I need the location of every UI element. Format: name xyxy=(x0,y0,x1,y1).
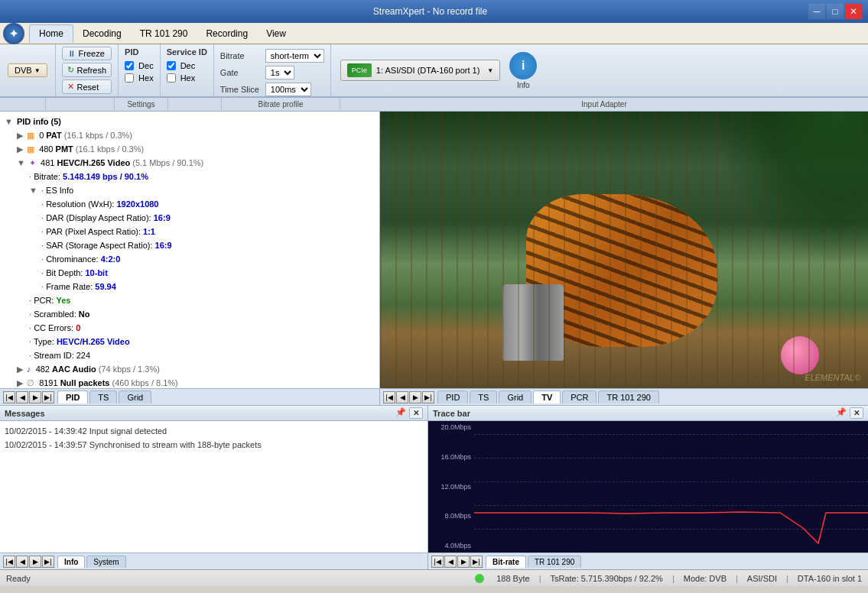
right-nav-first[interactable]: |◀ xyxy=(383,391,395,403)
tab-tr101290-trace[interactable]: TR 101 290 xyxy=(528,556,581,568)
trace-nav-prev[interactable]: ◀ xyxy=(444,556,457,568)
messages-close-btn[interactable]: ✕ xyxy=(409,407,423,419)
pid-dec-checkbox[interactable] xyxy=(125,61,134,70)
msg-nav-prev[interactable]: ◀ xyxy=(16,556,28,568)
chroma-label: Chrominance: xyxy=(46,254,101,264)
null-detail: (460 kbps / 8.1%) xyxy=(112,378,178,387)
pid-tree-pat[interactable]: ▶ ▦ 0 PAT (16.1 kbps / 0.3%) xyxy=(3,128,376,142)
close-button[interactable]: ✕ xyxy=(845,4,862,19)
bitrate-profile-label: Bitrate profile xyxy=(222,98,340,111)
left-nav-last[interactable]: ▶| xyxy=(42,391,54,403)
tab-bitrate[interactable]: Bit-rate xyxy=(486,556,526,568)
refresh-icon: ↻ xyxy=(67,65,74,75)
tab-tv-right[interactable]: TV xyxy=(533,390,561,403)
ccerrors-label: CC Errors: xyxy=(34,323,76,332)
window-controls: ─ □ ✕ xyxy=(808,4,862,19)
audio-detail: (74 kbps / 1.3%) xyxy=(99,365,160,374)
trace-signal-svg xyxy=(474,421,868,552)
right-nav-next[interactable]: ▶ xyxy=(409,391,421,403)
maximize-button[interactable]: □ xyxy=(827,4,844,19)
tab-ts-left[interactable]: TS xyxy=(89,390,117,403)
toolbar: DVB ▼ ⏸ Freeze ↻ Refresh ✕ Reset PID Dec… xyxy=(0,44,868,98)
pid-tree-null[interactable]: ▶ ∅ 8191 Null packets (460 kbps / 8.1%) xyxy=(3,376,376,388)
trace-y-labels: 20.0Mbps 16.0Mbps 12.0Mbps 8.0Mbps 4.0Mb… xyxy=(428,421,474,552)
trace-nav-last[interactable]: ▶| xyxy=(470,556,483,568)
expand-video-icon: ▼ xyxy=(17,158,25,167)
info-button[interactable]: i xyxy=(509,52,537,79)
bottom-area: Messages 📌 ✕ 10/02/2015 - 14:39:42 Input… xyxy=(0,405,868,569)
scrambled-label: Scrambled: xyxy=(34,309,79,319)
messages-pin-icon: 📌 xyxy=(395,407,406,419)
pid-type-row: · Type: HEVC/H.265 Video xyxy=(3,335,376,348)
menu-decoding[interactable]: Decoding xyxy=(73,25,131,42)
ccerrors-value: 0 xyxy=(76,323,80,332)
expand-esinfo-icon: ▼ xyxy=(29,186,37,195)
pid-sar-row: · SAR (Storage Aspect Ratio): 16:9 xyxy=(3,238,376,252)
pat-label: PAT xyxy=(46,131,61,140)
tab-tr101290-right[interactable]: TR 101 290 xyxy=(598,390,658,403)
tab-pcr-right[interactable]: PCR xyxy=(562,390,597,403)
menu-recording[interactable]: Recording xyxy=(197,25,257,42)
msg-nav-last[interactable]: ▶| xyxy=(42,556,54,568)
service-dec-label: Dec xyxy=(180,61,196,70)
messages-content: 10/02/2015 - 14:39:42 Input signal detec… xyxy=(0,421,427,552)
left-nav-next[interactable]: ▶ xyxy=(29,391,41,403)
right-nav-prev[interactable]: ◀ xyxy=(396,391,408,403)
tab-pid-right[interactable]: PID xyxy=(437,390,468,403)
tab-ts-right[interactable]: TS xyxy=(470,390,497,403)
service-dec-checkbox[interactable] xyxy=(167,61,176,70)
tab-system[interactable]: System xyxy=(86,556,125,568)
trace-header: Trace bar 📌 ✕ xyxy=(428,406,868,421)
msg-nav-first[interactable]: |◀ xyxy=(3,556,15,568)
gate-label: Gate xyxy=(220,68,262,77)
freeze-button[interactable]: ⏸ Freeze xyxy=(62,47,112,60)
trace-chart xyxy=(474,421,868,552)
status-indicator xyxy=(475,574,484,583)
pid-tree-pmt[interactable]: ▶ ▦ 480 PMT (16.1 kbps / 0.3%) xyxy=(3,142,376,156)
left-nav-prev[interactable]: ◀ xyxy=(16,391,28,403)
video-detail: (5.1 Mbps / 90.1%) xyxy=(132,158,203,167)
tab-grid-left[interactable]: Grid xyxy=(119,390,151,403)
timeslice-select[interactable]: 100ms 200ms xyxy=(265,83,311,96)
menu-home[interactable]: Home xyxy=(29,24,73,43)
main-content: ▼ PID info (5) ▶ ▦ 0 PAT (16.1 kbps / 0.… xyxy=(0,112,868,388)
pid-resolution-row: · Resolution (WxH): 1920x1080 xyxy=(3,197,376,211)
right-tab-bar: |◀ ◀ ▶ ▶| PID TS Grid TV PCR TR 101 290 xyxy=(380,388,868,405)
menu-view[interactable]: View xyxy=(257,25,295,42)
left-panel: ▼ PID info (5) ▶ ▦ 0 PAT (16.1 kbps / 0.… xyxy=(0,112,380,388)
right-nav-last[interactable]: ▶| xyxy=(422,391,434,403)
pid-tree-root[interactable]: ▼ PID info (5) xyxy=(3,115,376,128)
pmt-icon: ▦ xyxy=(27,144,34,154)
trace-nav-first[interactable]: |◀ xyxy=(431,556,444,568)
gate-select[interactable]: 1s 2s xyxy=(265,66,294,79)
reset-button[interactable]: ✕ Reset xyxy=(62,79,112,94)
minimize-button[interactable]: ─ xyxy=(808,4,825,19)
adapter-dropdown[interactable]: PCIe 1: ASI/SDI (DTA-160 port 1) ▼ xyxy=(340,60,500,81)
trace-label-12mbps: 12.0Mbps xyxy=(431,484,471,491)
framerate-label: Frame Rate: xyxy=(46,282,95,291)
trace-nav-next[interactable]: ▶ xyxy=(457,556,470,568)
menu-tr101290[interactable]: TR 101 290 xyxy=(131,25,197,42)
pid-bitdepth-row: · Bit Depth: 10-bit xyxy=(3,266,376,280)
trace-close-btn[interactable]: ✕ xyxy=(850,407,863,419)
left-tab-bar: |◀ ◀ ▶ ▶| PID TS Grid xyxy=(0,388,380,405)
left-nav-first[interactable]: |◀ xyxy=(3,391,15,403)
pid-hex-checkbox[interactable] xyxy=(125,73,134,83)
tab-pid-left[interactable]: PID xyxy=(57,390,88,403)
bitrate-select[interactable]: short-term long-term xyxy=(265,49,324,63)
dvb-button[interactable]: DVB ▼ xyxy=(8,63,47,77)
messages-controls: 📌 ✕ xyxy=(395,407,423,419)
trace-nav-arrows: |◀ ◀ ▶ ▶| xyxy=(428,554,486,569)
service-hex-checkbox[interactable] xyxy=(167,73,176,83)
msg-nav-next[interactable]: ▶ xyxy=(29,556,41,568)
trace-panel: Trace bar 📌 ✕ 20.0Mbps 16.0Mbps 12.0Mbps… xyxy=(428,406,868,569)
service-id-header: Service ID xyxy=(167,47,207,57)
tab-info[interactable]: Info xyxy=(57,556,85,568)
pid-tree-video[interactable]: ▼ ✦ 481 HEVC/H.265 Video (5.1 Mbps / 90.… xyxy=(3,156,376,170)
dar-label: DAR (Display Aspect Ratio): xyxy=(46,213,154,222)
video-pid: 481 xyxy=(41,158,57,167)
refresh-button[interactable]: ↻ Refresh xyxy=(62,63,112,77)
tab-grid-right[interactable]: Grid xyxy=(499,390,532,403)
pid-tree-audio[interactable]: ▶ ♪ 482 AAC Audio (74 kbps / 1.3%) xyxy=(3,362,376,376)
pid-esinfo-row[interactable]: ▼ · ES Info xyxy=(3,183,376,197)
